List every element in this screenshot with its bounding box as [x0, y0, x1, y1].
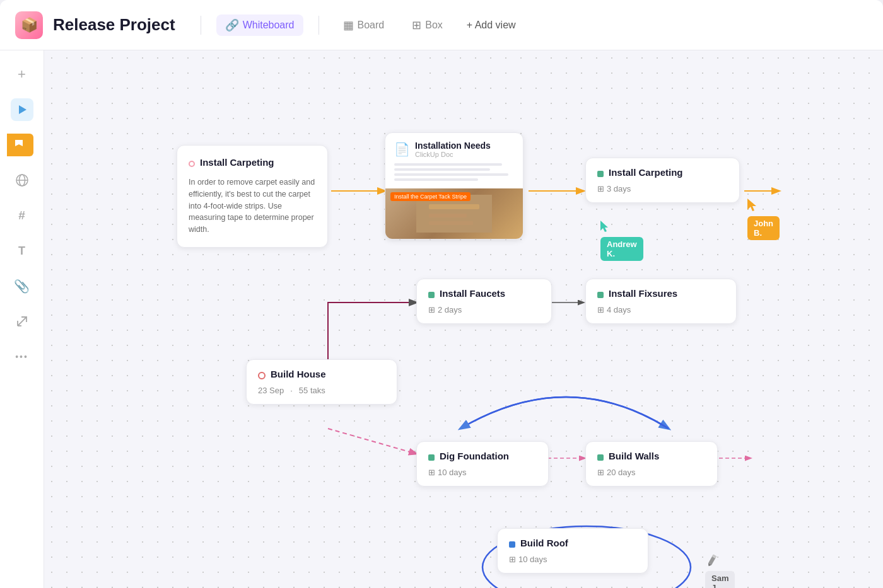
svg-rect-18 [429, 221, 473, 225]
project-title: Release Project [53, 15, 175, 35]
install-carpeting-task[interactable]: Install Carpeting ⊞ 3 days [585, 158, 740, 203]
doc-image: Install the Carpet Tack Stripe [385, 188, 523, 239]
svg-line-5 [18, 317, 26, 326]
task-square-blue [509, 541, 515, 548]
board-icon: ▦ [343, 18, 354, 32]
sidebar-text-icon[interactable]: T [11, 239, 33, 262]
task-square-green-4 [428, 454, 435, 461]
task-meta-1: ⊞ 3 days [597, 184, 728, 193]
sidebar-flag-icon[interactable] [7, 134, 33, 156]
task-square-green-3 [597, 292, 604, 298]
install-faucets-task[interactable]: Install Faucets ⊞ 2 days [416, 279, 552, 324]
task-square-green-1 [597, 171, 604, 177]
installation-needs-doc[interactable]: 📄 Installation Needs ClickUp Doc Install… [385, 132, 523, 239]
doc-lines [385, 163, 523, 188]
install-fixsures-task[interactable]: Install Fixsures ⊞ 4 days [585, 279, 737, 324]
task-square-green-2 [428, 292, 435, 298]
svg-rect-16 [429, 204, 479, 209]
sidebar-add-icon[interactable]: + [11, 63, 33, 86]
cursor-label-sam: Sam J. [705, 571, 735, 588]
sidebar-more-icon[interactable]: ••• [11, 345, 33, 368]
doc-line-2 [394, 168, 490, 171]
add-view-button[interactable]: + Add view [467, 20, 516, 31]
doc-line-1 [394, 163, 502, 166]
task-meta-fixsures: ⊞ 4 days [597, 305, 725, 314]
install-carpeting-sticky: Install Carpeting In order to remove car… [177, 145, 328, 248]
app-icon: 📦 [15, 11, 43, 39]
sticky-body: In order to remove carpet easily and eff… [189, 176, 316, 236]
tab-whiteboard[interactable]: 🔗 Whiteboard [216, 14, 303, 36]
sidebar-play-icon[interactable] [11, 98, 33, 121]
tab-box[interactable]: ⊞ Box [403, 14, 452, 36]
box-icon: ⊞ [412, 18, 421, 32]
dig-foundation-task[interactable]: Dig Foundation ⊞ 10 days [416, 441, 549, 487]
task-meta-walls: ⊞ 20 days [597, 468, 706, 477]
doc-line-4 [394, 178, 478, 181]
sidebar-attach-icon[interactable]: 📎 [11, 275, 33, 297]
build-roof-task[interactable]: Build Roof ⊞ 10 days [497, 528, 648, 574]
task-meta-house: 23 Sep · 55 taks [258, 386, 385, 395]
task-meta-foundation: ⊞ 10 days [428, 468, 537, 477]
svg-line-11 [328, 429, 416, 454]
svg-marker-0 [19, 105, 26, 114]
svg-rect-17 [429, 214, 467, 217]
doc-icon: 📄 [394, 142, 410, 157]
cursor-john: John B. [747, 199, 759, 215]
task-circle-red [258, 372, 266, 379]
sidebar-arrows-icon[interactable] [11, 310, 33, 333]
task-meta-faucets: ⊞ 2 days [428, 305, 540, 314]
nav-divider [201, 16, 201, 35]
doc-image-label: Install the Carpet Tack Stripe [390, 192, 471, 201]
doc-line-3 [394, 173, 508, 176]
build-house-task[interactable]: Build House 23 Sep · 55 taks [246, 359, 397, 405]
sidebar: + # T 📎 ••• [0, 50, 44, 588]
doc-subtitle: ClickUp Doc [415, 151, 491, 158]
doc-header: 📄 Installation Needs ClickUp Doc [385, 133, 523, 163]
tab-board[interactable]: ▦ Board [334, 14, 394, 36]
task-meta-roof: ⊞ 10 days [509, 555, 636, 564]
whiteboard-icon: 🔗 [225, 18, 239, 32]
cursor-sam: Sam J. [705, 553, 719, 570]
sidebar-grid-icon[interactable]: # [11, 204, 33, 227]
cursor-label-john: John B. [747, 216, 780, 240]
nav-divider-2 [319, 16, 319, 35]
svg-marker-1 [15, 140, 23, 146]
build-walls-task[interactable]: Build Walls ⊞ 20 days [585, 441, 718, 487]
sticky-dot [189, 161, 195, 167]
canvas: Install Carpeting In order to remove car… [44, 50, 883, 588]
task-square-green-5 [597, 454, 604, 461]
sidebar-globe-icon[interactable] [11, 169, 33, 192]
header: 📦 Release Project 🔗 Whiteboard ▦ Board ⊞… [0, 0, 883, 50]
cursor-label-andrew: Andrew K. [600, 237, 643, 261]
doc-title: Installation Needs [415, 141, 491, 151]
cursor-andrew: Andrew K. [600, 221, 611, 236]
